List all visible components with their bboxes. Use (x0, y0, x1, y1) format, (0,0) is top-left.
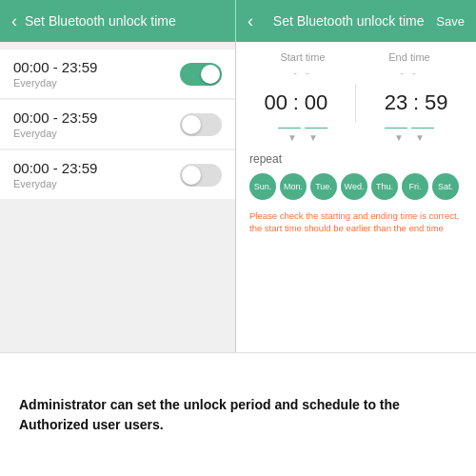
end-hour-underline (385, 128, 407, 129)
everyday-label: Everyday (13, 178, 97, 189)
time-underlines (249, 128, 463, 129)
start-minute-down-arrow[interactable]: ▼ (308, 132, 318, 143)
everyday-label: Everyday (13, 77, 97, 89)
toggle-switch-3[interactable] (180, 164, 222, 187)
left-header-title: Set Bluetooth unlock time (25, 13, 176, 29)
day-fri[interactable]: Fri. (402, 173, 428, 200)
schedule-info: 00:00 - 23:59 Everyday (13, 160, 97, 189)
day-thu[interactable]: Thu. (371, 173, 398, 200)
time-arrows-down: ▼ ▼ ▼ ▼ (249, 132, 463, 143)
start-colon: : (291, 90, 301, 115)
time-range: 00:00 - 23:59 (13, 160, 97, 176)
start-underlines (278, 128, 327, 129)
left-back-arrow[interactable]: ‹ (11, 11, 17, 31)
end-time-group: 23 : 59 (383, 90, 449, 115)
time-picker-row: 00 : 00 23 : 59 (249, 84, 463, 122)
caption-area: Administrator can set the unlock period … (0, 352, 476, 476)
end-dots: - - (367, 67, 452, 78)
time-range: 00:00 - 23:59 (13, 59, 97, 75)
repeat-label: repeat (249, 152, 463, 166)
day-sun[interactable]: Sun. (249, 173, 276, 200)
days-row: Sun. Mon. Tue. Wed. Thu. Fri. Sat. (249, 173, 463, 200)
start-arrows: ▼ ▼ (288, 132, 318, 143)
schedule-item[interactable]: 00:00 - 23:59 Everyday (0, 150, 235, 199)
save-button[interactable]: Save (436, 14, 465, 29)
toggle-switch-2[interactable] (180, 113, 222, 136)
end-minute-down-arrow[interactable]: ▼ (415, 132, 425, 143)
day-wed[interactable]: Wed. (341, 173, 367, 200)
right-screen: ‹ Set Bluetooth unlock time Save Start t… (236, 0, 476, 352)
time-range: 00:00 - 23:59 (13, 109, 97, 126)
end-arrows: ▼ ▼ (394, 132, 425, 143)
end-underlines (385, 128, 434, 129)
schedule-item[interactable]: 00:00 - 23:59 Everyday (0, 50, 235, 98)
time-separator (355, 84, 356, 122)
start-dots: - - (260, 67, 346, 78)
warning-text: Please check the starting and ending tim… (249, 209, 463, 235)
left-screen: ‹ Set Bluetooth unlock time 00:00 - 23:5… (0, 0, 236, 352)
right-content: Start time End time - - - - 00 : 00 23 : (236, 42, 476, 352)
end-minute-underline (411, 128, 434, 129)
schedule-item[interactable]: 00:00 - 23:59 Everyday (0, 100, 235, 149)
start-hour-underline (278, 128, 301, 129)
caption-text: Administrator can set the unlock period … (19, 395, 457, 435)
day-tue[interactable]: Tue. (310, 173, 337, 200)
end-minute[interactable]: 59 (423, 90, 449, 115)
time-labels-row: Start time End time (249, 51, 463, 63)
end-time-label: End time (367, 51, 452, 63)
toggle-switch-1[interactable] (180, 63, 222, 86)
toggle-knob-3 (182, 166, 201, 185)
day-mon[interactable]: Mon. (280, 173, 307, 200)
right-back-arrow[interactable]: ‹ (248, 11, 253, 31)
left-header: ‹ Set Bluetooth unlock time (0, 0, 235, 42)
start-minute-underline (305, 128, 327, 129)
right-header-title: Set Bluetooth unlock time (273, 13, 425, 29)
schedule-info: 00:00 - 23:59 Everyday (13, 109, 97, 139)
schedule-info: 00:00 - 23:59 Everyday (13, 59, 97, 89)
start-hour-down-arrow[interactable]: ▼ (288, 132, 297, 143)
start-hour[interactable]: 00 (263, 90, 289, 115)
schedule-list: 00:00 - 23:59 Everyday 00:00 - 23:59 Eve… (0, 42, 235, 352)
toggle-knob-1 (201, 65, 220, 84)
right-header: ‹ Set Bluetooth unlock time Save (236, 0, 476, 42)
everyday-label: Everyday (13, 128, 97, 139)
end-hour[interactable]: 23 (383, 90, 409, 115)
day-sat[interactable]: Sat. (432, 173, 459, 200)
end-colon: : (411, 90, 421, 115)
start-minute[interactable]: 00 (303, 90, 329, 115)
time-dots-row: - - - - (249, 67, 463, 78)
toggle-knob-2 (182, 115, 201, 134)
end-hour-down-arrow[interactable]: ▼ (394, 132, 404, 143)
start-time-label: Start time (260, 51, 346, 63)
start-time-group: 00 : 00 (263, 90, 329, 115)
